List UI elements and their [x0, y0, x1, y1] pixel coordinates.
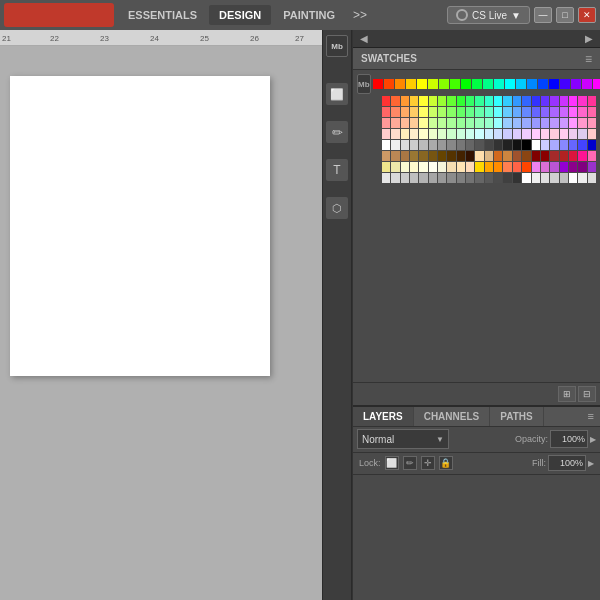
- swatch[interactable]: [532, 173, 540, 183]
- swatch[interactable]: [447, 129, 455, 139]
- swatch[interactable]: [429, 107, 437, 117]
- swatch[interactable]: [382, 107, 390, 117]
- swatch[interactable]: [447, 118, 455, 128]
- tool-shape[interactable]: ⬡: [326, 197, 348, 219]
- swatch[interactable]: [417, 79, 427, 89]
- swatch[interactable]: [485, 162, 493, 172]
- close-button[interactable]: ✕: [578, 7, 596, 23]
- minimize-button[interactable]: —: [534, 7, 552, 23]
- swatch[interactable]: [391, 140, 399, 150]
- panel-scroll-right[interactable]: ▶: [582, 33, 596, 44]
- swatches-menu-icon[interactable]: ≡: [585, 52, 592, 66]
- swatch[interactable]: [419, 173, 427, 183]
- swatch[interactable]: [401, 107, 409, 117]
- swatch[interactable]: [438, 118, 446, 128]
- swatch[interactable]: [401, 173, 409, 183]
- swatch[interactable]: [505, 79, 515, 89]
- swatch[interactable]: [419, 96, 427, 106]
- swatch[interactable]: [457, 162, 465, 172]
- swatch[interactable]: [522, 96, 530, 106]
- swatch[interactable]: [532, 140, 540, 150]
- swatch[interactable]: [560, 129, 568, 139]
- swatch[interactable]: [419, 118, 427, 128]
- lock-move-icon[interactable]: ✛: [421, 456, 435, 470]
- swatch[interactable]: [401, 162, 409, 172]
- swatch[interactable]: [588, 140, 596, 150]
- swatch[interactable]: [410, 173, 418, 183]
- swatch[interactable]: [588, 173, 596, 183]
- tab-essentials[interactable]: ESSENTIALS: [118, 5, 207, 25]
- swatch[interactable]: [541, 140, 549, 150]
- swatch[interactable]: [532, 151, 540, 161]
- swatch[interactable]: [401, 140, 409, 150]
- swatch[interactable]: [447, 173, 455, 183]
- swatch[interactable]: [541, 162, 549, 172]
- swatch[interactable]: [549, 79, 559, 89]
- tab-paths[interactable]: PATHS: [490, 407, 543, 426]
- swatch[interactable]: [550, 140, 558, 150]
- tool-type[interactable]: T: [326, 159, 348, 181]
- swatch[interactable]: [485, 173, 493, 183]
- panel-icon-2[interactable]: ⊟: [578, 386, 596, 402]
- lock-pixels-icon[interactable]: ⬜: [385, 456, 399, 470]
- swatch[interactable]: [541, 118, 549, 128]
- swatch[interactable]: [401, 96, 409, 106]
- swatch[interactable]: [494, 118, 502, 128]
- swatch[interactable]: [475, 173, 483, 183]
- swatch[interactable]: [401, 151, 409, 161]
- swatch[interactable]: [447, 162, 455, 172]
- swatch[interactable]: [541, 107, 549, 117]
- swatch[interactable]: [550, 173, 558, 183]
- swatch[interactable]: [466, 96, 474, 106]
- maximize-button[interactable]: □: [556, 7, 574, 23]
- swatch[interactable]: [550, 96, 558, 106]
- swatch[interactable]: [485, 151, 493, 161]
- swatch[interactable]: [550, 118, 558, 128]
- swatch[interactable]: [494, 107, 502, 117]
- swatch[interactable]: [472, 79, 482, 89]
- swatch[interactable]: [578, 129, 586, 139]
- swatch[interactable]: [541, 151, 549, 161]
- lock-position-icon[interactable]: ✏: [403, 456, 417, 470]
- swatch[interactable]: [485, 107, 493, 117]
- swatch[interactable]: [419, 151, 427, 161]
- swatch[interactable]: [419, 107, 427, 117]
- swatch[interactable]: [410, 129, 418, 139]
- swatch[interactable]: [447, 96, 455, 106]
- swatch[interactable]: [513, 173, 521, 183]
- swatch[interactable]: [513, 107, 521, 117]
- swatch[interactable]: [384, 79, 394, 89]
- swatch[interactable]: [503, 173, 511, 183]
- swatch[interactable]: [485, 96, 493, 106]
- swatch[interactable]: [475, 151, 483, 161]
- swatch[interactable]: [527, 79, 537, 89]
- swatch[interactable]: [373, 79, 383, 89]
- swatch[interactable]: [550, 107, 558, 117]
- swatch[interactable]: [475, 107, 483, 117]
- swatch[interactable]: [419, 162, 427, 172]
- swatch[interactable]: [466, 118, 474, 128]
- swatch[interactable]: [391, 162, 399, 172]
- layers-menu-icon[interactable]: ≡: [582, 410, 600, 422]
- swatch[interactable]: [588, 129, 596, 139]
- swatch[interactable]: [466, 140, 474, 150]
- fill-arrow[interactable]: ▶: [588, 459, 594, 468]
- swatch[interactable]: [593, 79, 600, 89]
- swatch[interactable]: [560, 151, 568, 161]
- swatch[interactable]: [569, 96, 577, 106]
- tab-painting[interactable]: PAINTING: [273, 5, 345, 25]
- swatch[interactable]: [522, 118, 530, 128]
- swatch[interactable]: [429, 173, 437, 183]
- swatch[interactable]: [466, 162, 474, 172]
- tab-layers[interactable]: LAYERS: [353, 407, 414, 426]
- swatch[interactable]: [391, 107, 399, 117]
- swatch[interactable]: [457, 118, 465, 128]
- swatch[interactable]: [447, 107, 455, 117]
- swatch[interactable]: [494, 129, 502, 139]
- swatch[interactable]: [503, 118, 511, 128]
- swatch[interactable]: [428, 79, 438, 89]
- swatch[interactable]: [438, 129, 446, 139]
- swatch[interactable]: [410, 107, 418, 117]
- swatch[interactable]: [391, 129, 399, 139]
- swatch[interactable]: [569, 173, 577, 183]
